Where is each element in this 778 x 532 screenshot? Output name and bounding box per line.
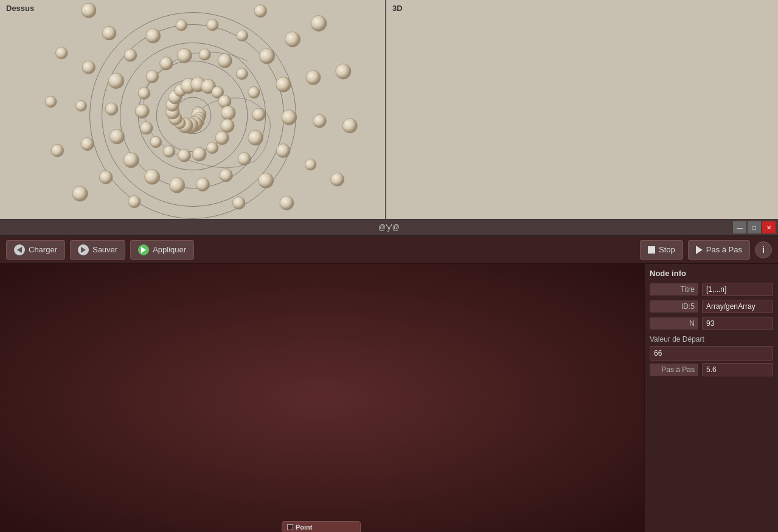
svg-point-36 [160, 57, 173, 71]
stop-button[interactable]: Stop [640, 240, 683, 260]
connections-svg [0, 264, 644, 532]
svg-point-77 [51, 144, 64, 157]
panel-n-value[interactable]: 93 [702, 317, 773, 330]
svg-point-66 [81, 137, 94, 150]
svg-point-49 [123, 153, 139, 168]
panel-pas-label: Pas à Pas [650, 364, 698, 376]
charger-icon [14, 244, 25, 255]
svg-point-39 [218, 54, 232, 67]
svg-point-41 [248, 86, 260, 98]
panel-pas-value[interactable]: 5.6 [702, 363, 773, 376]
charger-button[interactable]: Charger [6, 240, 65, 260]
close-button[interactable]: ✕ [762, 221, 776, 233]
charger-label: Charger [29, 245, 57, 254]
play-icon [696, 246, 703, 254]
svg-point-73 [313, 114, 327, 128]
panel-id-value[interactable]: Array/genArray [702, 300, 773, 313]
svg-point-64 [128, 196, 141, 208]
viewport-right-label: 3D [392, 4, 403, 13]
svg-point-50 [109, 129, 124, 143]
svg-point-32 [140, 122, 153, 134]
svg-point-47 [170, 178, 185, 193]
point-node[interactable]: Point X 0 Point Y 0 Objet Z 0 Repère [282, 521, 361, 532]
point-checkbox[interactable] [287, 524, 293, 530]
panel-id-row: ID:5 Array/genArray [650, 300, 773, 313]
svg-point-68 [82, 61, 96, 74]
panel-n-row: N 93 [650, 317, 773, 330]
svg-point-60 [282, 110, 297, 125]
sauver-button[interactable]: Sauver [70, 240, 125, 260]
title-text: @'y'@ [378, 223, 400, 232]
viewport-left-label: Dessus [6, 4, 34, 13]
svg-point-52 [108, 73, 124, 89]
svg-point-75 [280, 196, 294, 210]
svg-point-37 [177, 48, 192, 63]
pas-button[interactable]: Pas à Pas [688, 240, 750, 260]
svg-point-46 [196, 178, 209, 191]
svg-point-74 [305, 159, 316, 170]
main-content: Potar 93 Potar 66 Pota [0, 264, 778, 532]
svg-point-70 [254, 5, 267, 18]
svg-point-59 [276, 77, 291, 92]
3d-canvas [386, 0, 778, 219]
title-bar: @'y'@ — □ ✕ [0, 219, 778, 236]
svg-point-53 [124, 49, 137, 62]
svg-point-57 [237, 30, 248, 41]
svg-point-35 [146, 71, 159, 83]
panel-valeur-section: Valeur de Départ [650, 335, 773, 344]
svg-point-81 [311, 16, 327, 32]
svg-point-38 [199, 49, 210, 60]
svg-point-29 [178, 149, 190, 162]
svg-point-43 [248, 130, 263, 145]
svg-point-71 [285, 32, 300, 47]
svg-point-61 [276, 144, 290, 158]
node-panel: Node info Titre [1,...n] ID:5 Array/genA… [644, 264, 778, 532]
svg-point-84 [331, 173, 344, 186]
panel-valeur-input[interactable] [650, 346, 773, 361]
panel-titre-row: Titre [1,...n] [650, 283, 773, 296]
svg-point-45 [220, 169, 232, 182]
svg-point-69 [102, 26, 116, 40]
svg-point-40 [236, 68, 248, 80]
svg-point-58 [259, 49, 274, 64]
svg-point-55 [176, 19, 187, 30]
svg-point-54 [146, 29, 161, 43]
svg-point-34 [138, 88, 150, 100]
panel-title: Node info [650, 269, 773, 278]
svg-point-51 [105, 103, 118, 116]
sauver-label: Sauver [92, 245, 117, 254]
dessus-canvas: /* generated via JS below */ [0, 0, 385, 219]
svg-point-48 [145, 169, 160, 184]
svg-point-65 [99, 171, 113, 184]
svg-point-42 [252, 108, 265, 121]
viewport-area: Dessus [0, 0, 778, 219]
svg-point-26 [215, 131, 229, 145]
svg-point-56 [207, 19, 218, 30]
svg-point-31 [150, 136, 162, 148]
panel-titre-value[interactable]: [1,...n] [702, 283, 773, 296]
panel-id-label: ID:5 [650, 300, 698, 313]
svg-point-25 [221, 119, 234, 133]
svg-point-67 [75, 100, 86, 111]
svg-point-78 [45, 96, 57, 108]
svg-point-63 [232, 197, 245, 210]
svg-point-76 [72, 186, 88, 201]
node-editor: Charger Sauver Appliquer Stop Pas à Pas … [0, 236, 778, 532]
viewport-right[interactable]: 3D [386, 0, 778, 219]
panel-titre-label: Titre [650, 283, 698, 295]
point-header: Point [282, 522, 360, 532]
viewport-left[interactable]: Dessus [0, 0, 386, 219]
node-canvas[interactable]: Potar 93 Potar 66 Pota [0, 264, 644, 532]
stop-label: Stop [659, 245, 675, 254]
appliquer-button[interactable]: Appliquer [130, 240, 194, 260]
minimize-button[interactable]: — [733, 221, 746, 233]
info-button[interactable]: i [755, 241, 772, 258]
appliquer-icon [138, 244, 149, 255]
sauver-icon [78, 244, 89, 255]
svg-point-30 [163, 145, 175, 157]
svg-point-72 [306, 70, 321, 85]
stop-icon [648, 246, 655, 254]
svg-point-33 [135, 104, 149, 118]
title-controls: — □ ✕ [733, 221, 776, 233]
maximize-button[interactable]: □ [748, 221, 761, 233]
